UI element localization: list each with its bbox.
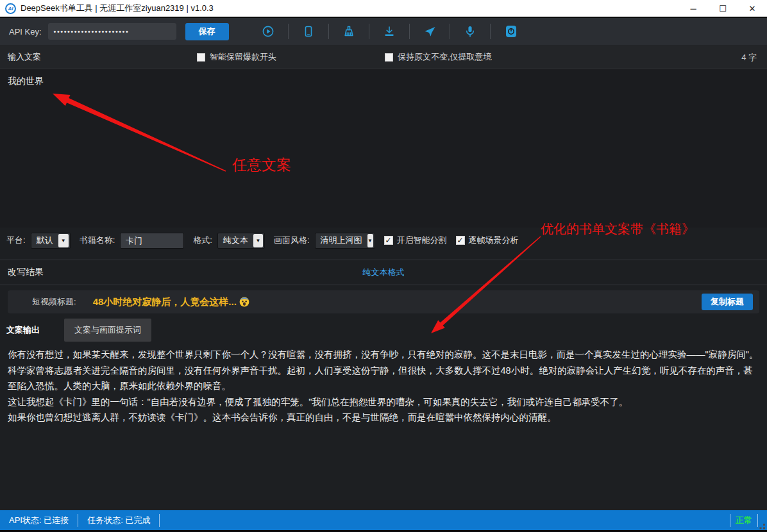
plain-text-format-link[interactable]: 纯文本格式	[363, 267, 405, 278]
download-icon[interactable]	[383, 25, 396, 38]
maximize-button[interactable]: ☐	[708, 0, 738, 17]
checkbox-smart-split[interactable]: ✓	[384, 236, 393, 245]
save-button[interactable]: 保存	[185, 23, 229, 40]
clean-brush-icon[interactable]	[342, 25, 355, 38]
api-toolbar: API Key: •••••••••••••••••••••• 保存	[0, 18, 767, 45]
toolbar-divider	[450, 24, 450, 39]
checkbox-frame-analysis-label: 逐帧场景分析	[469, 235, 519, 246]
video-title-label: 短视频标题:	[32, 296, 76, 308]
output-tabs: 文案输出 文案与画面提示词	[0, 319, 767, 342]
char-count: 4 字	[741, 52, 757, 63]
toolbar-divider	[490, 24, 491, 39]
microphone-icon[interactable]	[464, 25, 476, 38]
copy-title-button[interactable]: 复制标题	[702, 294, 753, 310]
normal-status-badge: 正常	[730, 515, 757, 526]
close-button[interactable]: ✕	[738, 0, 767, 17]
result-section-header: 改写结果 纯文本格式	[0, 260, 767, 285]
format-select[interactable]: 纯文本 ▼	[217, 233, 265, 249]
output-paragraph: 这让我想起《卡门》里的一句话："自由若没有边界，便成了孤独的牢笼。"我们总在抱怨…	[8, 394, 759, 410]
copy-input-textarea[interactable]: 我的世界	[0, 69, 767, 228]
api-status: API状态: 已连接	[0, 515, 78, 526]
rewritten-copy-output: 你有没有想过，如果某天醒来，发现整个世界只剩下你一个人？没有喧嚣，没有拥挤，没有…	[0, 342, 767, 510]
power-tile-icon[interactable]	[504, 24, 518, 38]
tab-copy-output[interactable]: 文案输出	[6, 324, 40, 336]
input-section-header: 输入文案 智能保留爆款开头 保持原文不变,仅提取意境 4 字	[0, 45, 767, 69]
output-paragraph: 你有没有想过，如果某天醒来，发现整个世界只剩下你一个人？没有喧嚣，没有拥挤，没有…	[8, 347, 759, 363]
send-plane-icon[interactable]	[423, 25, 436, 38]
scream-emoji-icon	[239, 297, 249, 307]
toolbar-divider	[409, 24, 410, 39]
checkbox-frame-analysis[interactable]: ✓	[456, 236, 465, 245]
format-label: 格式:	[193, 235, 212, 246]
output-paragraph: 如果你也曾幻想过逃离人群，不妨读读《卡门》。这本书会告诉你，真正的自由，不是与世…	[8, 410, 759, 426]
minimize-button[interactable]: ─	[678, 0, 708, 17]
checkbox-keep-hook[interactable]	[197, 53, 205, 62]
title-bar[interactable]: AI DeepSeek书单工具 | 无涯工作室ziyuan2319 | v1.0…	[0, 0, 767, 18]
api-key-label: API Key:	[9, 27, 42, 37]
checkbox-keep-original[interactable]	[385, 53, 393, 62]
result-section-title: 改写结果	[8, 267, 44, 278]
checkbox-smart-split-label: 开启智能分割	[397, 235, 447, 246]
toolbar-divider	[328, 24, 329, 39]
platform-label: 平台:	[6, 235, 26, 246]
input-section-title: 输入文案	[8, 51, 41, 63]
chevron-down-icon: ▼	[367, 234, 373, 247]
play-circle-icon[interactable]	[262, 25, 274, 38]
tab-copy-and-prompts[interactable]: 文案与画面提示词	[64, 319, 151, 342]
book-name-input[interactable]: 卡门	[120, 233, 184, 249]
style-label: 画面风格:	[274, 235, 310, 246]
resize-grip[interactable]	[757, 523, 766, 532]
status-divider	[159, 514, 160, 527]
output-paragraph: 科学家曾将志愿者关进完全隔音的房间里，没有任何外界声音干扰。起初，人们享受这份宁…	[8, 363, 759, 394]
settings-bar: 平台: 默认 ▼ 书籍名称: 卡门 格式: 纯文本 ▼ 画面风格: 清明上河图 …	[0, 228, 767, 253]
video-title-box: 短视频标题: 48小时绝对寂静后，人竟会这样... 复制标题	[8, 290, 759, 313]
app-logo-icon: AI	[5, 3, 16, 14]
phone-icon[interactable]	[302, 25, 315, 38]
api-key-input[interactable]: ••••••••••••••••••••••	[48, 23, 176, 40]
window-title: DeepSeek书单工具 | 无涯工作室ziyuan2319 | v1.0.3	[21, 3, 214, 14]
status-bar: API状态: 已连接 任务状态: 已完成 正常	[0, 510, 767, 530]
task-status: 任务状态: 已完成	[78, 515, 159, 526]
toolbar-divider	[369, 24, 369, 39]
video-title-text: 48小时绝对寂静后，人竟会这样...	[93, 296, 249, 308]
platform-select[interactable]: 默认 ▼	[31, 233, 71, 249]
book-name-label: 书籍名称:	[80, 235, 115, 246]
checkbox-keep-original-label: 保持原文不变,仅提取意境	[398, 51, 492, 63]
chevron-down-icon: ▼	[253, 234, 263, 247]
app-window: AI DeepSeek书单工具 | 无涯工作室ziyuan2319 | v1.0…	[0, 0, 767, 532]
chevron-down-icon: ▼	[58, 234, 69, 247]
checkbox-keep-hook-label: 智能保留爆款开头	[210, 51, 276, 63]
toolbar-divider	[288, 24, 289, 39]
style-select[interactable]: 清明上河图 ▼	[315, 233, 375, 249]
